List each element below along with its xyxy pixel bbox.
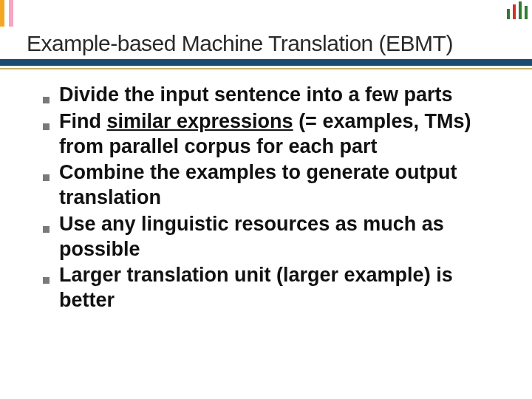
list-item-text: Larger translation unit (larger example)… [59, 263, 508, 313]
logo-bar [507, 9, 510, 19]
list-item-text: Divide the input sentence into a few par… [59, 83, 508, 108]
slide: Example-based Machine Translation (EBMT)… [0, 0, 532, 399]
square-bullet-icon [33, 160, 59, 184]
list-item: Divide the input sentence into a few par… [33, 83, 508, 108]
square-bullet-icon [33, 109, 59, 133]
list-item: Use any linguistic resources as much as … [33, 212, 508, 262]
square-bullet-icon [33, 263, 59, 287]
rule-thin [0, 68, 532, 69]
list-item-text: Combine the examples to generate output … [59, 160, 508, 211]
logo-bar [525, 6, 528, 19]
list-item: Find similar expressions (= examples, TM… [33, 109, 508, 160]
square-icon [43, 97, 50, 103]
corner-logo [507, 1, 528, 19]
square-icon [43, 123, 50, 130]
square-icon [43, 226, 50, 233]
list-item-text: Find similar expressions (= examples, TM… [59, 109, 508, 160]
square-icon [43, 277, 50, 284]
list-item-text: Use any linguistic resources as much as … [59, 212, 508, 262]
logo-bar [513, 4, 516, 19]
list-item: Larger translation unit (larger example)… [33, 263, 508, 313]
logo-bar [519, 1, 522, 19]
decorative-stripes [0, 0, 13, 30]
rule-thick [0, 59, 532, 66]
stripe [9, 0, 13, 30]
slide-title: Example-based Machine Translation (EBMT) [27, 31, 517, 56]
square-bullet-icon [33, 212, 59, 236]
square-icon [43, 174, 50, 181]
list-item: Combine the examples to generate output … [33, 160, 508, 211]
square-bullet-icon [33, 83, 59, 106]
bullet-list: Divide the input sentence into a few par… [33, 83, 508, 315]
title-band: Example-based Machine Translation (EBMT) [0, 27, 532, 61]
title-rules [0, 59, 532, 69]
